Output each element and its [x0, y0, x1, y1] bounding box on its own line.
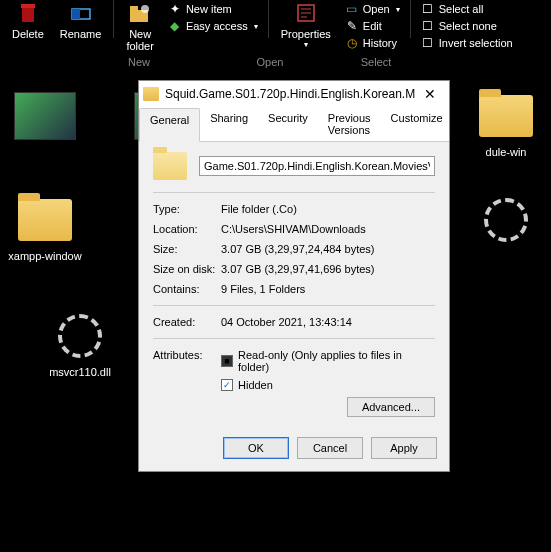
- chevron-down-icon: ▾: [304, 40, 308, 49]
- ribbon-new-small: ✦New item ◆Easy access▾: [162, 2, 264, 33]
- new-folder-icon: [127, 0, 153, 26]
- svg-rect-3: [72, 9, 80, 19]
- advanced-button[interactable]: Advanced...: [347, 397, 435, 417]
- value-contains: 9 Files, 1 Folders: [221, 283, 435, 295]
- ribbon-edit[interactable]: ✎Edit: [345, 19, 400, 33]
- select-none-icon: ☐: [421, 19, 435, 33]
- svg-rect-0: [21, 4, 35, 8]
- svg-rect-5: [130, 6, 138, 11]
- value-size-on-disk: 3.07 GB (3,29,97,41,696 bytes): [221, 263, 435, 275]
- close-button[interactable]: ✕: [415, 86, 445, 102]
- file-item[interactable]: [6, 90, 84, 158]
- ribbon-easy-access[interactable]: ◆Easy access▾: [168, 19, 258, 33]
- checkbox-icon: ✓: [221, 379, 233, 391]
- file-item[interactable]: [467, 194, 545, 274]
- svg-point-6: [141, 5, 149, 13]
- chevron-down-icon: ▾: [254, 22, 258, 31]
- label-size: Size:: [153, 243, 221, 255]
- ribbon-invert-selection[interactable]: ☐Invert selection: [421, 36, 513, 50]
- tab-sharing[interactable]: Sharing: [200, 107, 258, 141]
- dialog-title: Squid.Game.S01.720p.Hindi.English.Korean…: [165, 87, 415, 101]
- file-item[interactable]: dule-win: [467, 90, 545, 158]
- ribbon-select-all[interactable]: ☐Select all: [421, 2, 513, 16]
- label-contains: Contains:: [153, 283, 221, 295]
- properties-dialog: Squid.Game.S01.720p.Hindi.English.Korean…: [138, 80, 450, 472]
- checkbox-readonly[interactable]: ■ Read-only (Only applies to files in fo…: [221, 349, 435, 373]
- ribbon-properties[interactable]: Properties ▾: [273, 0, 339, 51]
- rename-icon: [68, 0, 94, 26]
- value-created: 04 October 2021, 13:43:14: [221, 316, 435, 328]
- dialog-titlebar[interactable]: Squid.Game.S01.720p.Hindi.English.Korean…: [139, 81, 449, 107]
- label-type: Type:: [153, 203, 221, 215]
- label-size-on-disk: Size on disk:: [153, 263, 221, 275]
- checkbox-hidden[interactable]: ✓ Hidden: [221, 379, 435, 391]
- label-created: Created:: [153, 316, 221, 328]
- apply-button[interactable]: Apply: [371, 437, 437, 459]
- folder-icon: [143, 87, 159, 101]
- select-all-icon: ☐: [421, 2, 435, 16]
- edit-icon: ✎: [345, 19, 359, 33]
- open-icon: ▭: [345, 2, 359, 16]
- filename-input[interactable]: [199, 156, 435, 176]
- properties-icon: [293, 0, 319, 26]
- file-item[interactable]: msvcr110.dll: [41, 310, 119, 390]
- ribbon-open-small: ▭Open▾ ✎Edit ◷History: [339, 2, 406, 50]
- dialog-tabs: General Sharing Security Previous Versio…: [139, 107, 449, 142]
- value-type: File folder (.Co): [221, 203, 435, 215]
- checkbox-icon: ■: [221, 355, 233, 367]
- value-size: 3.07 GB (3,29,97,24,484 bytes): [221, 243, 435, 255]
- chevron-down-icon: ▾: [396, 5, 400, 14]
- tab-security[interactable]: Security: [258, 107, 318, 141]
- file-item[interactable]: xampp-window: [6, 194, 84, 274]
- ribbon-select-none[interactable]: ☐Select none: [421, 19, 513, 33]
- ok-button[interactable]: OK: [223, 437, 289, 459]
- label-location: Location:: [153, 223, 221, 235]
- sparkle-icon: ✦: [168, 2, 182, 16]
- tab-customize[interactable]: Customize: [381, 107, 453, 141]
- ribbon-open[interactable]: ▭Open▾: [345, 2, 400, 16]
- tab-general[interactable]: General: [139, 108, 200, 142]
- value-location: C:\Users\SHIVAM\Downloads: [221, 223, 435, 235]
- tab-previous-versions[interactable]: Previous Versions: [318, 107, 381, 141]
- easy-access-icon: ◆: [168, 19, 182, 33]
- history-icon: ◷: [345, 36, 359, 50]
- ribbon-delete[interactable]: Delete: [4, 0, 52, 42]
- ribbon-select-small: ☐Select all ☐Select none ☐Invert selecti…: [415, 2, 519, 50]
- folder-icon: [153, 152, 187, 180]
- ribbon-rename[interactable]: Rename: [52, 0, 110, 42]
- ribbon-history[interactable]: ◷History: [345, 36, 400, 50]
- label-attributes: Attributes:: [153, 349, 221, 417]
- ribbon-new-item[interactable]: ✦New item: [168, 2, 258, 16]
- invert-icon: ☐: [421, 36, 435, 50]
- delete-icon: [15, 0, 41, 26]
- ribbon-new-folder[interactable]: New folder: [118, 0, 162, 54]
- cancel-button[interactable]: Cancel: [297, 437, 363, 459]
- svg-rect-1: [22, 8, 34, 22]
